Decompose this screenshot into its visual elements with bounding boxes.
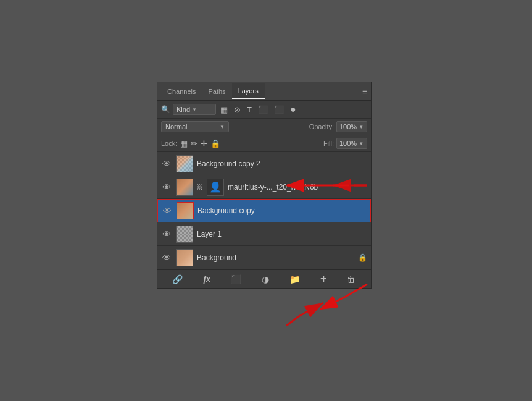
- opacity-arrow: ▼: [359, 124, 364, 130]
- eye-icon[interactable]: 👁: [161, 159, 172, 169]
- lock-move-icon[interactable]: ✛: [201, 139, 207, 148]
- layer-name-smart-obj: mauritius-y-..._t20_lWAN6b: [228, 183, 367, 192]
- link-icon[interactable]: 🔗: [170, 274, 185, 284]
- layer-thumb-layer1: [176, 226, 193, 243]
- layer-item-smart-obj[interactable]: 👁 ⛓ 👤 mauritius-y-..._t20_lWAN6b: [157, 175, 371, 199]
- eye-icon[interactable]: 👁: [162, 206, 173, 216]
- lock-fill-row: Lock: ▦ ✏ ✛ 🔒 Fill: 100% ▼: [157, 135, 371, 152]
- lock-pixels-icon[interactable]: ▦: [180, 139, 188, 148]
- lock-label: Lock:: [161, 140, 177, 147]
- blend-dropdown-arrow: ▼: [220, 124, 225, 130]
- layer-name-bg-copy-2: Background copy 2: [197, 159, 367, 168]
- layer-item-bg-copy[interactable]: 👁 Background copy: [157, 199, 371, 222]
- svg-line-9: [321, 297, 346, 309]
- kind-dropdown-arrow: ▼: [192, 107, 197, 112]
- layer-thumb-smart-main: [176, 179, 193, 196]
- eye-icon[interactable]: 👁: [161, 253, 172, 263]
- tab-channels[interactable]: Channels: [161, 84, 202, 99]
- smart-icon[interactable]: ⬛: [272, 104, 286, 115]
- layers-list: 👁 Background copy 2 👁 ⛓ 👤 mauritius-y-..…: [157, 152, 371, 269]
- kind-dropdown[interactable]: Kind ▼: [173, 104, 216, 115]
- fill-arrow: ▼: [359, 141, 364, 146]
- panel-menu-icon[interactable]: ≡: [362, 87, 367, 96]
- svg-line-4: [299, 303, 323, 316]
- new-group-icon[interactable]: 📁: [287, 274, 302, 284]
- layer-thumb-background: [176, 249, 193, 266]
- layers-panel: Channels Paths Layers ≡ 🔍 Kind ▼ ▦ ⊘ T ⬛…: [157, 82, 372, 289]
- search-icon: 🔍: [161, 105, 170, 114]
- layer-lock-icon: 🔒: [358, 253, 367, 262]
- lock-draw-icon[interactable]: ✏: [191, 139, 197, 148]
- blend-opacity-row: Normal ▼ Opacity: 100% ▼: [157, 119, 371, 135]
- layer-item-layer1[interactable]: 👁 Layer 1: [157, 222, 371, 246]
- layer-name-background: Background: [197, 253, 354, 262]
- adjustment-icon[interactable]: ⊘: [232, 104, 243, 115]
- layer-thumb-bg-copy: [177, 202, 194, 219]
- eye-icon[interactable]: 👁: [161, 229, 172, 239]
- shape-icon[interactable]: ⬛: [256, 104, 270, 115]
- mask-icon[interactable]: ⬛: [228, 274, 244, 284]
- circle-icon: ●: [288, 103, 298, 116]
- layer-thumb-bg-copy-2: [176, 155, 193, 172]
- opacity-label: Opacity:: [309, 123, 334, 130]
- tab-bar: Channels Paths Layers ≡: [157, 82, 371, 101]
- eye-icon[interactable]: 👁: [161, 182, 172, 192]
- tab-layers[interactable]: Layers: [232, 83, 265, 99]
- svg-line-5: [286, 316, 299, 326]
- fill-section: Fill: 100% ▼: [323, 138, 367, 149]
- opacity-dropdown[interactable]: 100% ▼: [336, 121, 367, 132]
- bottom-toolbar: 🔗 fx ⬛ ◑ 📁 + 🗑: [157, 269, 371, 288]
- workspace: Channels Paths Layers ≡ 🔍 Kind ▼ ▦ ⊘ T ⬛…: [0, 0, 532, 401]
- kind-toolbar-row: 🔍 Kind ▼ ▦ ⊘ T ⬛ ⬛ ●: [157, 101, 371, 119]
- lock-all-icon[interactable]: 🔒: [210, 139, 220, 148]
- new-layer-icon[interactable]: +: [318, 272, 330, 285]
- fx-icon[interactable]: fx: [201, 274, 213, 284]
- layer-item-background[interactable]: 👁 Background 🔒: [157, 246, 371, 269]
- layer-name-layer1: Layer 1: [197, 230, 367, 238]
- blend-mode-dropdown[interactable]: Normal ▼: [161, 121, 229, 132]
- link-chain-icon: ⛓: [197, 184, 203, 190]
- adjustment-layer-icon[interactable]: ◑: [259, 274, 272, 284]
- tab-paths[interactable]: Paths: [202, 84, 231, 99]
- layer-thumb-smart-mask: 👤: [207, 179, 224, 196]
- layer-item-bg-copy-2[interactable]: 👁 Background copy 2: [157, 152, 371, 175]
- opacity-section: Opacity: 100% ▼: [309, 121, 367, 132]
- type-icon[interactable]: T: [245, 104, 254, 115]
- fill-dropdown[interactable]: 100% ▼: [336, 138, 367, 149]
- delete-layer-icon[interactable]: 🗑: [344, 274, 358, 284]
- pixel-icon[interactable]: ▦: [218, 104, 230, 115]
- layer-name-bg-copy: Background copy: [197, 206, 367, 215]
- fill-label: Fill:: [323, 140, 334, 147]
